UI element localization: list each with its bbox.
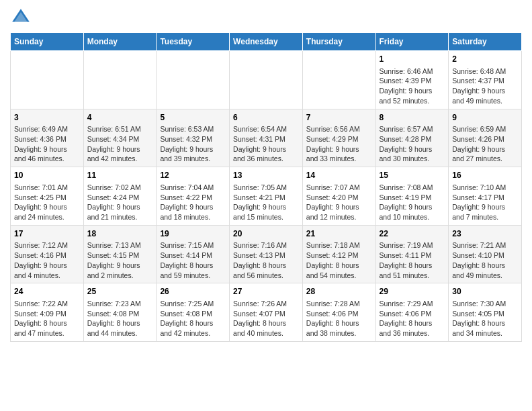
day-info: Sunrise: 6:51 AMSunset: 4:34 PMDaylight:… xyxy=(87,124,153,164)
day-info: Sunrise: 7:25 AMSunset: 4:08 PMDaylight:… xyxy=(160,299,226,338)
day-info: Sunrise: 7:02 AMSunset: 4:24 PMDaylight:… xyxy=(87,183,153,222)
calendar-cell: 20Sunrise: 7:16 AMSunset: 4:13 PMDayligh… xyxy=(230,225,303,283)
day-info: Sunrise: 7:29 AMSunset: 4:06 PMDaylight:… xyxy=(380,299,445,338)
logo-icon xyxy=(10,7,32,28)
day-number: 21 xyxy=(306,228,372,240)
day-info: Sunrise: 7:04 AMSunset: 4:22 PMDaylight:… xyxy=(160,183,226,222)
calendar-cell: 16Sunrise: 7:10 AMSunset: 4:17 PMDayligh… xyxy=(449,167,522,226)
week-row-3: 10Sunrise: 7:01 AMSunset: 4:25 PMDayligh… xyxy=(11,167,522,226)
day-number: 26 xyxy=(160,286,226,298)
calendar-cell: 15Sunrise: 7:08 AMSunset: 4:19 PMDayligh… xyxy=(375,167,449,226)
day-info: Sunrise: 7:26 AMSunset: 4:07 PMDaylight:… xyxy=(233,299,299,338)
calendar-cell xyxy=(11,51,84,109)
day-number: 4 xyxy=(87,112,153,124)
page-header xyxy=(10,7,522,28)
calendar-cell: 30Sunrise: 7:30 AMSunset: 4:05 PMDayligh… xyxy=(449,283,522,342)
day-header-friday: Friday xyxy=(375,33,449,51)
day-header-thursday: Thursday xyxy=(302,33,375,51)
calendar-cell: 12Sunrise: 7:04 AMSunset: 4:22 PMDayligh… xyxy=(157,167,230,226)
calendar-header-row: SundayMondayTuesdayWednesdayThursdayFrid… xyxy=(11,33,522,51)
calendar-cell: 23Sunrise: 7:21 AMSunset: 4:10 PMDayligh… xyxy=(449,225,522,283)
calendar-cell xyxy=(157,51,230,109)
week-row-2: 3Sunrise: 6:49 AMSunset: 4:36 PMDaylight… xyxy=(11,109,522,167)
day-number: 19 xyxy=(160,228,226,240)
day-info: Sunrise: 7:01 AMSunset: 4:25 PMDaylight:… xyxy=(14,183,80,222)
day-number: 12 xyxy=(160,170,226,181)
day-number: 17 xyxy=(14,228,80,240)
day-number: 8 xyxy=(380,112,445,124)
day-number: 20 xyxy=(233,228,299,240)
day-info: Sunrise: 6:54 AMSunset: 4:31 PMDaylight:… xyxy=(233,124,299,164)
calendar-cell: 5Sunrise: 6:53 AMSunset: 4:32 PMDaylight… xyxy=(157,109,230,167)
day-info: Sunrise: 7:05 AMSunset: 4:21 PMDaylight:… xyxy=(233,183,299,222)
day-info: Sunrise: 7:15 AMSunset: 4:14 PMDaylight:… xyxy=(160,240,226,280)
day-number: 13 xyxy=(233,170,299,181)
day-info: Sunrise: 6:59 AMSunset: 4:26 PMDaylight:… xyxy=(452,124,518,164)
calendar-cell: 6Sunrise: 6:54 AMSunset: 4:31 PMDaylight… xyxy=(230,109,303,167)
day-info: Sunrise: 7:07 AMSunset: 4:20 PMDaylight:… xyxy=(306,183,372,222)
day-info: Sunrise: 7:16 AMSunset: 4:13 PMDaylight:… xyxy=(233,240,299,280)
day-number: 3 xyxy=(14,112,80,124)
day-info: Sunrise: 6:48 AMSunset: 4:37 PMDaylight:… xyxy=(452,66,518,106)
calendar-cell: 2Sunrise: 6:48 AMSunset: 4:37 PMDaylight… xyxy=(449,51,522,109)
day-info: Sunrise: 7:21 AMSunset: 4:10 PMDaylight:… xyxy=(452,240,518,280)
week-row-1: 1Sunrise: 6:46 AMSunset: 4:39 PMDaylight… xyxy=(11,51,522,109)
day-number: 14 xyxy=(306,170,372,181)
day-number: 11 xyxy=(87,170,153,181)
calendar-cell: 24Sunrise: 7:22 AMSunset: 4:09 PMDayligh… xyxy=(11,283,84,342)
calendar-cell xyxy=(302,51,375,109)
calendar-cell: 17Sunrise: 7:12 AMSunset: 4:16 PMDayligh… xyxy=(11,225,84,283)
day-number: 18 xyxy=(87,228,153,240)
calendar-cell: 1Sunrise: 6:46 AMSunset: 4:39 PMDaylight… xyxy=(375,51,449,109)
day-info: Sunrise: 7:12 AMSunset: 4:16 PMDaylight:… xyxy=(14,240,80,280)
day-info: Sunrise: 7:13 AMSunset: 4:15 PMDaylight:… xyxy=(87,240,153,280)
calendar-cell: 19Sunrise: 7:15 AMSunset: 4:14 PMDayligh… xyxy=(157,225,230,283)
day-number: 1 xyxy=(380,54,445,65)
day-number: 30 xyxy=(452,286,518,298)
calendar-cell: 7Sunrise: 6:56 AMSunset: 4:29 PMDaylight… xyxy=(302,109,375,167)
day-number: 6 xyxy=(233,112,299,124)
day-header-saturday: Saturday xyxy=(449,33,522,51)
day-info: Sunrise: 7:18 AMSunset: 4:12 PMDaylight:… xyxy=(306,240,372,280)
day-header-tuesday: Tuesday xyxy=(157,33,230,51)
day-number: 9 xyxy=(452,112,518,124)
calendar-cell: 28Sunrise: 7:28 AMSunset: 4:06 PMDayligh… xyxy=(302,283,375,342)
calendar-cell: 22Sunrise: 7:19 AMSunset: 4:11 PMDayligh… xyxy=(375,225,449,283)
calendar-cell: 13Sunrise: 7:05 AMSunset: 4:21 PMDayligh… xyxy=(230,167,303,226)
day-number: 28 xyxy=(306,286,372,298)
calendar-cell: 11Sunrise: 7:02 AMSunset: 4:24 PMDayligh… xyxy=(83,167,157,226)
day-info: Sunrise: 6:53 AMSunset: 4:32 PMDaylight:… xyxy=(160,124,226,164)
day-info: Sunrise: 7:22 AMSunset: 4:09 PMDaylight:… xyxy=(14,299,80,338)
calendar-cell xyxy=(83,51,157,109)
day-number: 25 xyxy=(87,286,153,298)
calendar-cell: 27Sunrise: 7:26 AMSunset: 4:07 PMDayligh… xyxy=(230,283,303,342)
day-info: Sunrise: 6:57 AMSunset: 4:28 PMDaylight:… xyxy=(380,124,445,164)
day-number: 7 xyxy=(306,112,372,124)
day-number: 16 xyxy=(452,170,518,181)
calendar-cell: 10Sunrise: 7:01 AMSunset: 4:25 PMDayligh… xyxy=(11,167,84,226)
calendar-cell: 4Sunrise: 6:51 AMSunset: 4:34 PMDaylight… xyxy=(83,109,157,167)
day-number: 10 xyxy=(14,170,80,181)
day-number: 24 xyxy=(14,286,80,298)
calendar-cell: 25Sunrise: 7:23 AMSunset: 4:08 PMDayligh… xyxy=(83,283,157,342)
calendar-cell: 3Sunrise: 6:49 AMSunset: 4:36 PMDaylight… xyxy=(11,109,84,167)
day-info: Sunrise: 7:23 AMSunset: 4:08 PMDaylight:… xyxy=(87,299,153,338)
day-number: 2 xyxy=(452,54,518,65)
day-info: Sunrise: 7:28 AMSunset: 4:06 PMDaylight:… xyxy=(306,299,372,338)
calendar-cell: 21Sunrise: 7:18 AMSunset: 4:12 PMDayligh… xyxy=(302,225,375,283)
day-number: 22 xyxy=(380,228,445,240)
week-row-4: 17Sunrise: 7:12 AMSunset: 4:16 PMDayligh… xyxy=(11,225,522,283)
day-info: Sunrise: 6:56 AMSunset: 4:29 PMDaylight:… xyxy=(306,124,372,164)
calendar-cell xyxy=(230,51,303,109)
day-number: 29 xyxy=(380,286,445,298)
calendar-cell: 29Sunrise: 7:29 AMSunset: 4:06 PMDayligh… xyxy=(375,283,449,342)
day-info: Sunrise: 6:46 AMSunset: 4:39 PMDaylight:… xyxy=(380,66,445,106)
day-info: Sunrise: 7:08 AMSunset: 4:19 PMDaylight:… xyxy=(380,183,445,222)
calendar-cell: 8Sunrise: 6:57 AMSunset: 4:28 PMDaylight… xyxy=(375,109,449,167)
day-info: Sunrise: 7:30 AMSunset: 4:05 PMDaylight:… xyxy=(452,299,518,338)
calendar-cell: 9Sunrise: 6:59 AMSunset: 4:26 PMDaylight… xyxy=(449,109,522,167)
calendar-cell: 18Sunrise: 7:13 AMSunset: 4:15 PMDayligh… xyxy=(83,225,157,283)
calendar-table: SundayMondayTuesdayWednesdayThursdayFrid… xyxy=(10,32,522,342)
day-number: 15 xyxy=(380,170,445,181)
day-number: 27 xyxy=(233,286,299,298)
